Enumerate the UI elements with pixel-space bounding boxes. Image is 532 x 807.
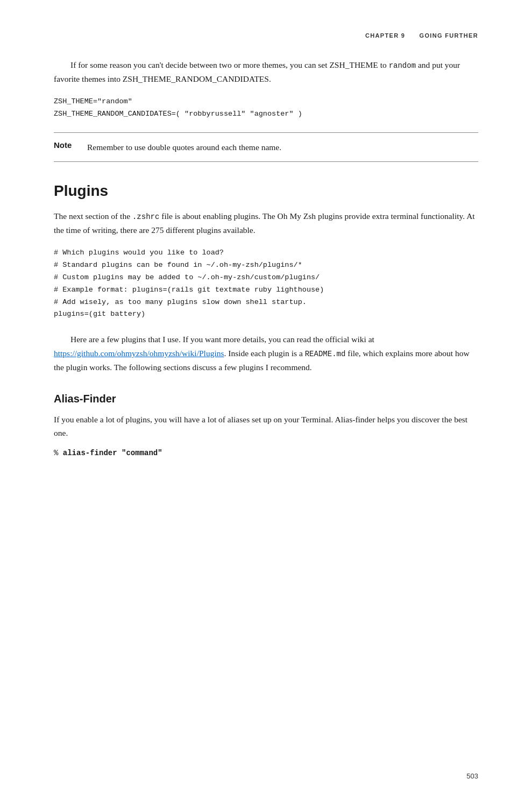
chapter-title: GOING FURTHER: [420, 32, 478, 39]
note-box-inner: Note Remember to use double quotes aroun…: [54, 140, 478, 154]
plugins-code-line-3: # Custom plugins may be added to ~/.oh-m…: [54, 272, 478, 284]
note-text: Remember to use double quotes around eac…: [87, 140, 281, 154]
note-divider-bottom: [54, 161, 478, 162]
plugins-code-block: # Which plugins would you like to load? …: [54, 247, 478, 321]
code-line-2: ZSH_THEME_RANDOM_CANDIDATES=( "robbyruss…: [54, 108, 478, 121]
inline-code-random: random: [389, 61, 416, 70]
chapter-label: CHAPTER 9: [365, 32, 405, 39]
code-line-1: ZSH_THEME="random": [54, 96, 478, 108]
plugins-code-line-4: # Example format: plugins=(rails git tex…: [54, 284, 478, 296]
page-number: 503: [466, 772, 478, 780]
alias-finder-command: alias-finder "command": [63, 449, 162, 457]
plugins-code-line-6: plugins=(git battery): [54, 308, 478, 321]
page: CHAPTER 9 GOING FURTHER If for some reas…: [0, 0, 532, 807]
plugins-code-line-2: # Standard plugins can be found in ~/.oh…: [54, 259, 478, 272]
intro-paragraph: If for some reason you can't decide betw…: [54, 58, 478, 86]
alias-finder-heading: Alias-Finder: [54, 393, 478, 405]
inline-code-readme: README.md: [305, 350, 346, 358]
prompt-symbol: %: [54, 449, 63, 457]
alias-finder-paragraph: If you enable a lot of plugins, you will…: [54, 413, 478, 440]
plugins-code-line-5: # Add wisely, as too many plugins slow d…: [54, 296, 478, 309]
chapter-header: CHAPTER 9 GOING FURTHER: [54, 32, 478, 39]
plugins-paragraph-2: Here are a few plugins that I use. If yo…: [54, 332, 478, 374]
plugins-code-line-1: # Which plugins would you like to load?: [54, 247, 478, 259]
note-box: Note Remember to use double quotes aroun…: [54, 133, 478, 162]
alias-finder-code: % alias-finder "command": [54, 449, 478, 457]
plugins-paragraph-1: The next section of the .zshrc file is a…: [54, 209, 478, 237]
inline-code-zshrc: .zshrc: [132, 213, 159, 221]
plugins-heading: Plugins: [54, 182, 478, 200]
note-label: Note: [54, 140, 79, 150]
code-block-theme: ZSH_THEME="random" ZSH_THEME_RANDOM_CAND…: [54, 96, 478, 121]
plugins-wiki-link[interactable]: https://github.com/ohmyzsh/ohmyzsh/wiki/…: [54, 349, 224, 358]
